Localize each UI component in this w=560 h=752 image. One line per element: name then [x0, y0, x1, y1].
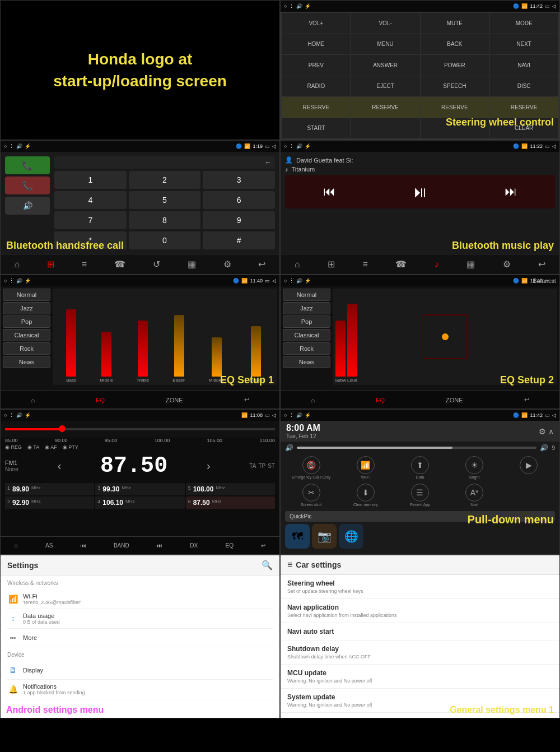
steer-back[interactable]: BACK: [421, 34, 489, 55]
pd-bright-icon[interactable]: ☀: [465, 456, 483, 474]
pd-navi-icon[interactable]: A*: [465, 484, 483, 502]
backspace-btn[interactable]: ←: [265, 159, 272, 166]
call-accept-button[interactable]: 📞: [5, 156, 50, 174]
steer-eject[interactable]: EJECT: [351, 76, 420, 97]
steer-navi[interactable]: NAVI: [489, 55, 558, 76]
eq2-preset-jazz[interactable]: Jazz: [283, 302, 330, 314]
music-nav-phone[interactable]: ☎: [395, 259, 407, 270]
pd-volume-track[interactable]: [297, 447, 536, 449]
num-8[interactable]: 8: [129, 211, 201, 229]
steer-reserve4[interactable]: RESERVE: [489, 97, 558, 118]
nav-apps[interactable]: ≡: [82, 259, 87, 270]
pd-wifi-icon[interactable]: 📶: [357, 456, 375, 474]
navi-auto-start-item[interactable]: Navi auto start: [281, 623, 559, 640]
music-nav-back[interactable]: ↩: [538, 259, 545, 270]
prev-track-button[interactable]: ⏮: [323, 184, 335, 199]
android-search-icon[interactable]: 🔍: [262, 560, 273, 570]
fm-btn-band[interactable]: BAND: [114, 542, 129, 549]
steer-radio[interactable]: RADIO: [282, 76, 351, 97]
data-usage-item[interactable]: ↕ Data usage 0 B of data used: [7, 609, 273, 629]
eq2-nav-home[interactable]: ⌂: [311, 397, 315, 403]
eq1-nav-home[interactable]: ⌂: [31, 397, 35, 403]
fm-preset-3[interactable]: 3 99.30 MHz: [95, 483, 184, 495]
call-reject-button[interactable]: 📞: [5, 177, 50, 194]
more-item[interactable]: ••• More: [7, 629, 273, 647]
next-track-button[interactable]: ⏭: [505, 184, 517, 199]
steer-reserve3[interactable]: RESERVE: [421, 97, 489, 118]
pd-clear-memory-icon[interactable]: ⬇: [357, 484, 375, 502]
num-7[interactable]: 7: [54, 211, 127, 229]
fm-btn-next[interactable]: ⏭: [157, 542, 162, 549]
steer-home[interactable]: HOME: [282, 34, 351, 55]
eq-preset-rock[interactable]: Rock: [3, 342, 50, 355]
num-5[interactable]: 5: [129, 191, 201, 209]
fm-btn-back[interactable]: ↩: [261, 542, 265, 549]
wifi-item[interactable]: 📶 Wi-Fi 'tereno_2.4G@maxisfiber': [7, 589, 273, 609]
num-4[interactable]: 4: [54, 191, 127, 209]
pd-app-chrome[interactable]: 🌐: [339, 524, 363, 549]
fm-preset-6[interactable]: 6 87.50 MHz: [186, 496, 275, 509]
steer-mute[interactable]: MUTE: [421, 13, 489, 34]
eq2-preset-news[interactable]: News: [283, 356, 330, 368]
steer-answer[interactable]: ANSWER: [351, 55, 420, 76]
nav-doc[interactable]: ▦: [188, 259, 196, 270]
pd-app-maps[interactable]: 🗺: [285, 524, 310, 549]
eq-preset-classical[interactable]: Classical: [3, 329, 50, 341]
num-0[interactable]: 0: [129, 231, 201, 249]
eq1-nav-eq[interactable]: EQ: [96, 397, 105, 403]
steer-next[interactable]: NEXT: [489, 34, 558, 55]
mcu-update-item[interactable]: MCU update Warning: No ignition and No p…: [281, 665, 559, 689]
num-6[interactable]: 6: [203, 191, 275, 209]
fm-preset-1[interactable]: 1 89.90 MHz: [5, 483, 94, 495]
eq2-preset-rock[interactable]: Rock: [283, 342, 330, 355]
music-nav-settings[interactable]: ⚙: [503, 259, 511, 270]
fm-preset-2[interactable]: 2 92.90 MHz: [5, 496, 94, 509]
fm-btn-dx[interactable]: DX: [190, 542, 198, 549]
num-3[interactable]: 3: [203, 171, 275, 189]
steer-vol-minus[interactable]: VOL-: [351, 13, 420, 34]
music-nav-apps[interactable]: ≡: [362, 259, 367, 270]
steer-start[interactable]: START: [282, 118, 351, 139]
steering-wheel-item[interactable]: Steering wheel Set or update steering wh…: [281, 575, 559, 599]
steer-speech[interactable]: SPEECH: [421, 76, 489, 97]
fm-prev-button[interactable]: ‹: [58, 459, 62, 472]
pd-app-camera[interactable]: 📷: [312, 524, 337, 549]
fm-btn-as[interactable]: AS: [45, 542, 53, 549]
music-nav-music[interactable]: ♪: [435, 259, 439, 270]
fm-btn-eq[interactable]: EQ: [226, 542, 234, 549]
fm-slider-track[interactable]: [5, 428, 275, 430]
navi-application-item[interactable]: Navi application Select navi application…: [281, 599, 559, 623]
steer-menu[interactable]: MENU: [351, 34, 420, 55]
fm-slider-bar[interactable]: [1, 421, 279, 438]
eq-preset-jazz[interactable]: Jazz: [3, 302, 50, 314]
fm-btn-home[interactable]: ⌂: [15, 542, 18, 549]
num-9[interactable]: 9: [203, 211, 275, 229]
steer-mode[interactable]: MODE: [489, 13, 558, 34]
pd-recent-app-icon[interactable]: ☰: [411, 484, 429, 502]
steer-disc[interactable]: DISC: [489, 76, 558, 97]
nav-home[interactable]: ⌂: [14, 259, 20, 270]
play-pause-button[interactable]: ⏯: [412, 183, 428, 201]
nav-settings[interactable]: ⚙: [223, 259, 231, 270]
steer-reserve1[interactable]: RESERVE: [282, 97, 351, 118]
steer-vol-plus[interactable]: VOL+: [282, 13, 351, 34]
eq2-nav-eq[interactable]: EQ: [376, 397, 385, 403]
music-nav-grid[interactable]: ⊞: [328, 259, 335, 270]
steer-power[interactable]: POWER: [421, 55, 489, 76]
fm-btn-prev[interactable]: ⏮: [81, 542, 86, 549]
mute-button[interactable]: 🔊: [5, 197, 50, 215]
shutdown-delay-item[interactable]: Shutdown delay Shutdown delay time when …: [281, 640, 559, 665]
music-nav-doc[interactable]: ▦: [466, 259, 475, 270]
pd-next-icon[interactable]: ▶: [520, 456, 538, 474]
fm-preset-5[interactable]: 5 108.00 MHz: [186, 483, 275, 495]
nav-phone[interactable]: ☎: [114, 259, 125, 270]
eq-preset-news[interactable]: News: [3, 356, 50, 368]
num-hash[interactable]: #: [203, 231, 275, 249]
pd-expand-icon[interactable]: ∧: [548, 427, 554, 436]
pd-settings-icon[interactable]: ⚙: [539, 427, 546, 436]
pd-data-icon[interactable]: ⬆: [411, 456, 429, 474]
music-nav-home[interactable]: ⌂: [295, 259, 300, 270]
eq2-preset-normal[interactable]: Normal: [283, 289, 330, 301]
num-1[interactable]: 1: [54, 171, 127, 189]
pd-emergency-icon[interactable]: 📵: [302, 456, 320, 474]
